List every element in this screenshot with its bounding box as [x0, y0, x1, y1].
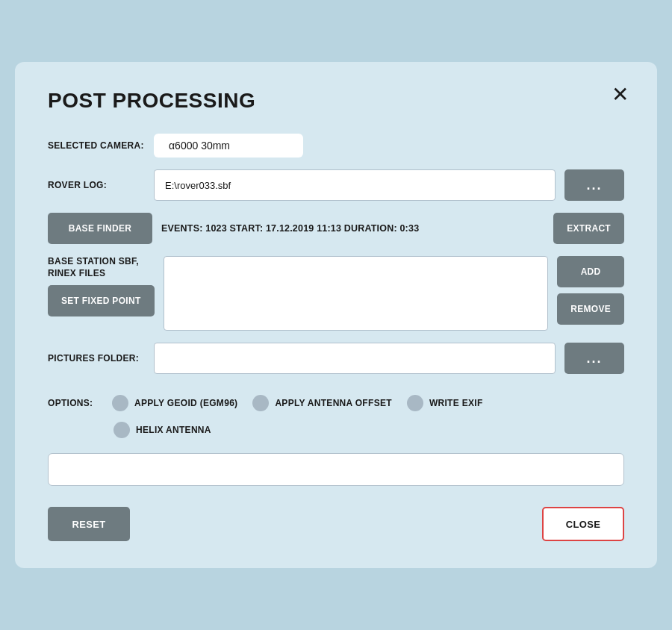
option-antenna-label: APPLY ANTENNA OFFSET	[275, 398, 391, 408]
base-finder-button[interactable]: BASE FINDER	[48, 213, 152, 244]
footer-row: RESET CLOSE	[48, 507, 624, 541]
rover-log-row: ROVER LOG: ...	[48, 169, 624, 201]
helix-row: HELIX ANTENNA	[113, 422, 624, 438]
pictures-folder-label: PICTURES FOLDER:	[48, 353, 145, 364]
options-label: OPTIONS:	[48, 398, 108, 408]
post-processing-dialog: POST PROCESSING ✕ SELECTED CAMERA: α6000…	[15, 62, 657, 568]
helix-label: HELIX ANTENNA	[136, 425, 211, 435]
camera-value: α6000 30mm	[154, 134, 303, 158]
option-exif-radio[interactable]	[407, 395, 423, 411]
base-finder-row: BASE FINDER EVENTS: 1023 START: 17.12.20…	[48, 213, 624, 244]
dialog-title: POST PROCESSING	[48, 89, 624, 113]
base-station-left: BASE STATION SBF, RINEX FILES SET FIXED …	[48, 256, 155, 331]
rover-log-label: ROVER LOG:	[48, 180, 145, 190]
options-row: OPTIONS: APPLY GEOID (EGM96) APPLY ANTEN…	[48, 395, 624, 411]
events-text: EVENTS: 1023 START: 17.12.2019 11:13 DUR…	[161, 223, 544, 234]
close-x-button[interactable]: ✕	[612, 84, 629, 105]
option-exif-label: WRITE EXIF	[429, 398, 483, 408]
add-button[interactable]: ADD	[557, 256, 624, 287]
base-station-files-input[interactable]	[164, 256, 549, 331]
option-geoid-label: APPLY GEOID (EGM96)	[134, 398, 237, 408]
selected-camera-label: SELECTED CAMERA:	[48, 140, 145, 151]
status-bar	[48, 453, 624, 486]
pictures-folder-row: PICTURES FOLDER: ...	[48, 343, 624, 374]
base-station-buttons: ADD REMOVE	[557, 256, 624, 331]
base-station-label: BASE STATION SBF, RINEX FILES	[48, 256, 155, 279]
option-antenna: APPLY ANTENNA OFFSET	[252, 395, 391, 411]
rover-log-input[interactable]	[154, 169, 556, 201]
options-section: OPTIONS: APPLY GEOID (EGM96) APPLY ANTEN…	[48, 395, 624, 438]
base-station-section: BASE STATION SBF, RINEX FILES SET FIXED …	[48, 256, 624, 331]
extract-button[interactable]: EXTRACT	[553, 213, 624, 244]
option-geoid: APPLY GEOID (EGM96)	[112, 395, 237, 411]
option-helix-radio[interactable]	[113, 422, 130, 438]
pictures-folder-browse-button[interactable]: ...	[564, 343, 624, 374]
option-exif: WRITE EXIF	[407, 395, 483, 411]
rover-log-browse-button[interactable]: ...	[564, 169, 624, 201]
selected-camera-row: SELECTED CAMERA: α6000 30mm	[48, 134, 624, 158]
pictures-folder-input[interactable]	[154, 343, 556, 374]
option-antenna-radio[interactable]	[252, 395, 269, 411]
remove-button[interactable]: REMOVE	[557, 293, 624, 325]
options-items: APPLY GEOID (EGM96) APPLY ANTENNA OFFSET…	[112, 395, 624, 411]
set-fixed-point-button[interactable]: SET FIXED POINT	[48, 285, 155, 316]
option-geoid-radio[interactable]	[112, 395, 128, 411]
close-button[interactable]: CLOSE	[542, 507, 624, 541]
reset-button[interactable]: RESET	[48, 507, 130, 541]
